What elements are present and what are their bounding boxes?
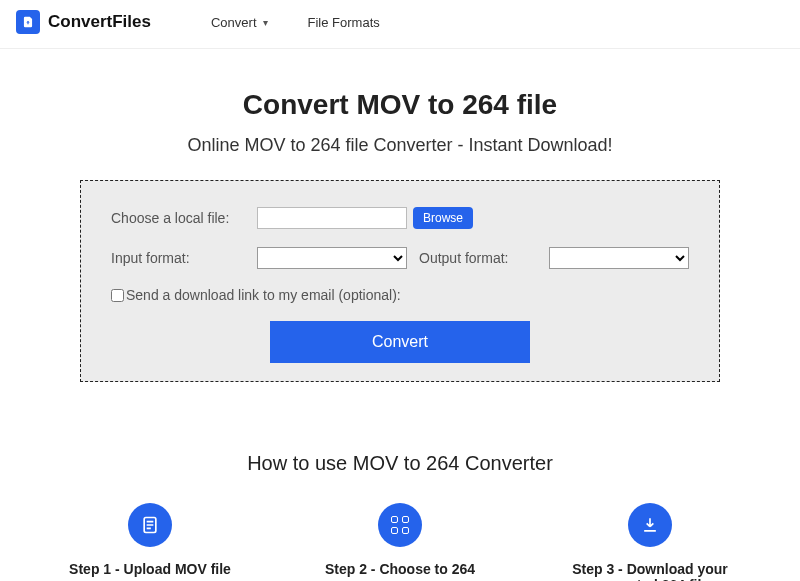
nav-convert[interactable]: Convert ▾ [211, 15, 268, 30]
browse-button[interactable]: Browse [413, 207, 473, 229]
output-format-select[interactable] [549, 247, 689, 269]
steps-row: Step 1 - Upload MOV file Step 2 - Choose… [20, 503, 780, 581]
step-3-label: Step 3 - Download your converted 264 fil… [565, 561, 735, 581]
nav-file-formats[interactable]: File Formats [308, 15, 380, 30]
email-label: Send a download link to my email (option… [126, 287, 401, 303]
file-path-input[interactable] [257, 207, 407, 229]
step-3: Step 3 - Download your converted 264 fil… [565, 503, 735, 581]
email-checkbox[interactable] [111, 289, 124, 302]
step-2-label: Step 2 - Choose to 264 [315, 561, 485, 577]
logo[interactable]: ConvertFiles [16, 10, 151, 34]
nav: Convert ▾ File Formats [211, 15, 380, 30]
chevron-down-icon: ▾ [263, 17, 268, 28]
page-title: Convert MOV to 264 file [20, 89, 780, 121]
nav-formats-label: File Formats [308, 15, 380, 30]
choose-file-row: Choose a local file: Browse [111, 207, 689, 229]
step-1: Step 1 - Upload MOV file [65, 503, 235, 581]
download-icon [628, 503, 672, 547]
header: ConvertFiles Convert ▾ File Formats [0, 0, 800, 49]
nav-convert-label: Convert [211, 15, 257, 30]
step-1-label: Step 1 - Upload MOV file [65, 561, 235, 577]
email-row: Send a download link to my email (option… [111, 287, 689, 303]
page-subtitle: Online MOV to 264 file Converter - Insta… [20, 135, 780, 156]
choose-file-label: Choose a local file: [111, 210, 251, 226]
howto-section: How to use MOV to 264 Converter Step 1 -… [20, 452, 780, 581]
convert-panel: Choose a local file: Browse Input format… [80, 180, 720, 382]
output-format-label: Output format: [419, 250, 508, 266]
convert-button[interactable]: Convert [270, 321, 530, 363]
main: Convert MOV to 264 file Online MOV to 26… [0, 49, 800, 581]
step-2: Step 2 - Choose to 264 [315, 503, 485, 581]
upload-file-icon [128, 503, 172, 547]
logo-icon [16, 10, 40, 34]
howto-title: How to use MOV to 264 Converter [20, 452, 780, 475]
input-format-label: Input format: [111, 250, 251, 266]
logo-text: ConvertFiles [48, 12, 151, 32]
grid-icon [378, 503, 422, 547]
format-row: Input format: Output format: [111, 247, 689, 269]
input-format-select[interactable] [257, 247, 407, 269]
